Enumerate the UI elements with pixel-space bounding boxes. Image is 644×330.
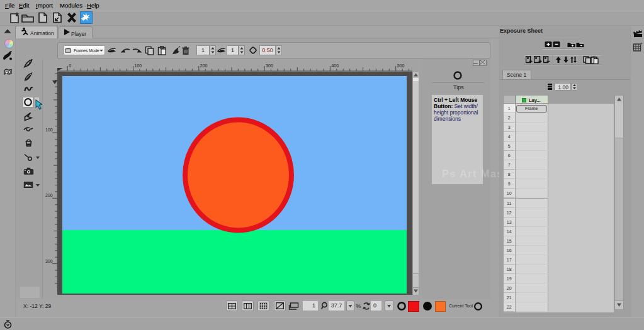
svg-text:100: 100 xyxy=(45,128,53,132)
svg-text:0: 0 xyxy=(69,63,71,68)
svg-text:200: 200 xyxy=(200,63,208,68)
svg-text:500: 500 xyxy=(397,63,405,68)
svg-text:100: 100 xyxy=(135,63,142,68)
svg-text:300: 300 xyxy=(266,63,273,68)
svg-text:300: 300 xyxy=(45,259,53,263)
svg-text:400: 400 xyxy=(331,63,339,68)
svg-text:200: 200 xyxy=(45,193,53,197)
